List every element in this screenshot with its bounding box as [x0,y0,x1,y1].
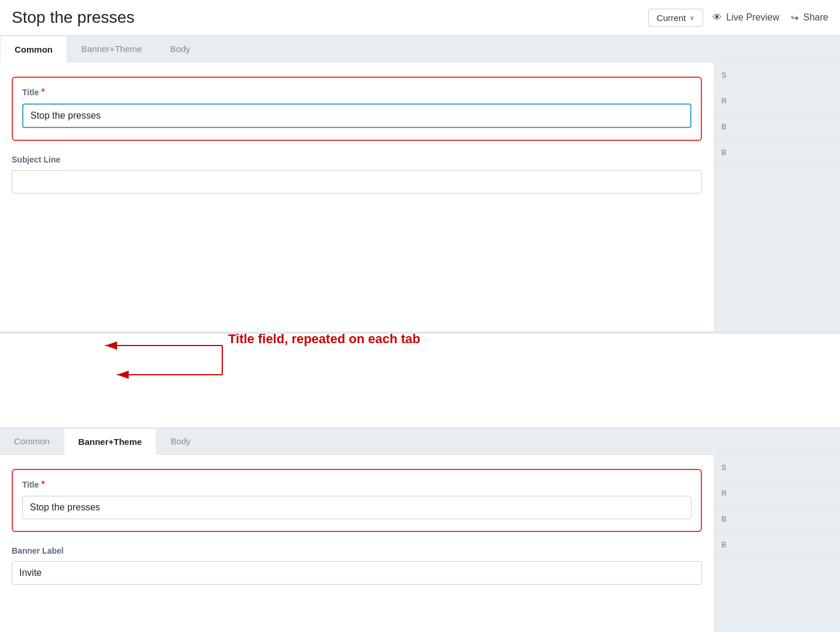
title-label-2: Title * [22,479,691,490]
right-sidebar-1: S R B B [714,63,840,331]
title-field-group-2: Title * [12,469,702,532]
panel-2-main: Title * Banner Label [0,455,714,632]
panel-1: Stop the presses Current ∨ 👁 Live Previe… [0,0,840,334]
banner-label-group-2: Banner Label [12,546,702,585]
current-dropdown-1[interactable]: Current ∨ [648,9,703,27]
annotation-section: Title field, repeated on each tab [0,334,840,427]
required-star-2: * [42,479,45,490]
panel-1-title: Stop the presses [12,8,639,27]
annotation-arrow: Title field, repeated on each tab [0,299,468,392]
tab-body-1[interactable]: Body [156,36,204,62]
annotation-text: Title field, repeated on each tab [228,331,420,346]
panel-2-content: Title * Banner Label [0,455,714,613]
title-label-1: Title * [22,87,691,98]
sidebar-item-1: S [714,63,840,88]
tab-common-1[interactable]: Common [0,36,67,63]
panel-1-main: Title * Subject Line [0,63,714,331]
share-button-1[interactable]: ↪ Share [791,12,828,23]
panel-2: Stop the presses Current ∨ 👁 Live Previe… [0,392,840,632]
sidebar-item-3: B [714,114,840,140]
tabs-1: Common Banner+Theme Body [0,36,840,63]
chevron-down-icon: ∨ [690,14,694,22]
sidebar-item-2: R [714,88,840,114]
tab-banner-theme-1[interactable]: Banner+Theme [67,36,156,62]
header-right-1: 👁 Live Preview ↪ Share [712,12,828,23]
sidebar2-item-3: B [714,506,840,532]
sidebar2-item-2: R [714,481,840,506]
banner-label-input-2[interactable] [12,561,702,585]
live-preview-button-1[interactable]: 👁 Live Preview [712,12,780,23]
panel-2-layout: Title * Banner Label S R B B [0,455,840,632]
title-field-group-1: Title * [12,77,702,141]
tab-common-2[interactable]: Common [0,428,64,454]
subject-line-group-1: Subject Line [12,155,702,194]
sidebar2-item-1: S [714,455,840,481]
sidebar2-item-4: B [714,532,840,558]
share-icon: ↪ [791,12,798,23]
right-sidebar-2: S R B B [714,455,840,632]
tab-banner-theme-2[interactable]: Banner+Theme [64,428,157,455]
sidebar-item-4: B [714,140,840,165]
banner-label-label-2: Banner Label [12,546,702,555]
subject-line-label-1: Subject Line [12,155,702,164]
title-input-1[interactable] [22,103,691,128]
tab-body-2[interactable]: Body [157,428,205,454]
panel-1-layout: Title * Subject Line S R B B [0,63,840,331]
subject-line-input-1[interactable] [12,170,702,194]
panel-1-header: Stop the presses Current ∨ 👁 Live Previe… [0,0,840,36]
eye-icon: 👁 [712,12,722,23]
title-input-2[interactable] [22,496,691,519]
required-star-1: * [42,87,45,98]
tabs-2: Common Banner+Theme Body [0,428,840,455]
panel-1-content: Title * Subject Line [0,63,714,222]
